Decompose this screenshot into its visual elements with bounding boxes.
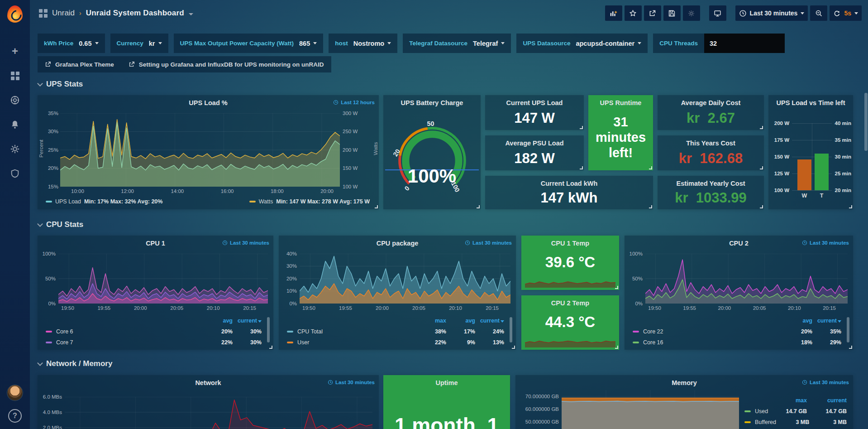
panel-title[interactable]: UPS Load % bbox=[38, 99, 379, 106]
section-network-memory[interactable]: Network / Memory bbox=[38, 359, 112, 368]
panel-resize-handle[interactable] bbox=[580, 166, 583, 169]
cpu-package-chart[interactable] bbox=[300, 254, 510, 304]
refresh-button[interactable]: 5s bbox=[830, 5, 862, 21]
panel-time-override[interactable]: Last 30 minutes bbox=[802, 240, 849, 246]
panel-time-override[interactable]: Last 30 minutes bbox=[222, 240, 269, 246]
link-grafana-plex-theme[interactable]: Grafana Plex Theme bbox=[38, 56, 121, 72]
stat-value: 182 W bbox=[485, 150, 584, 167]
admin-shield-icon[interactable] bbox=[9, 168, 21, 179]
panel-resize-handle[interactable] bbox=[760, 166, 763, 169]
create-plus-icon[interactable]: + bbox=[9, 45, 21, 57]
legend-scrollbar[interactable] bbox=[847, 317, 849, 342]
cpu2-legend: avgcurrent Core 2220%35% Core 1618%29% bbox=[633, 315, 841, 348]
network-chart[interactable] bbox=[65, 397, 372, 429]
panel-title[interactable]: Uptime bbox=[383, 379, 510, 386]
panel-resize-handle[interactable] bbox=[269, 346, 272, 349]
legend-sort-avg[interactable]: avg bbox=[204, 318, 233, 324]
grafana-logo[interactable] bbox=[0, 0, 30, 28]
panel-time-override[interactable]: Last 30 minutes bbox=[802, 380, 849, 385]
panel-uptime: Uptime 1 month, 1 bbox=[383, 375, 510, 429]
panel-title[interactable]: CPU 1 Temp bbox=[521, 240, 619, 247]
legend-sort-current[interactable]: current bbox=[233, 318, 262, 324]
share-button[interactable] bbox=[644, 5, 661, 21]
cpu1-chart[interactable] bbox=[58, 254, 268, 304]
panel-resize-handle[interactable] bbox=[649, 205, 652, 208]
panel-time-override[interactable]: Last 12 hours bbox=[333, 100, 375, 105]
panel-title[interactable]: CPU 2 Temp bbox=[521, 299, 619, 307]
legend-scrollbar[interactable] bbox=[510, 317, 512, 342]
legend-sort-current[interactable]: current bbox=[475, 318, 504, 324]
panel-time-override[interactable]: Last 30 minutes bbox=[465, 240, 512, 246]
legend-row: Buffered3 MB3 MB bbox=[744, 417, 847, 428]
cpu-threads-input[interactable] bbox=[704, 34, 785, 53]
legend-scrollbar[interactable] bbox=[267, 317, 270, 342]
dashboard-settings-button[interactable] bbox=[683, 5, 700, 21]
panel-resize-handle[interactable] bbox=[512, 346, 515, 349]
breadcrumb-folder[interactable]: Unraid bbox=[52, 9, 75, 18]
panel-resize-handle[interactable] bbox=[760, 205, 763, 208]
panel-resize-handle[interactable] bbox=[760, 126, 763, 129]
panel-title[interactable]: Estimated Yearly Cost bbox=[658, 180, 764, 187]
variable-kwh-price[interactable]: kWh Price 0.65 bbox=[38, 34, 105, 53]
panel-memory: Memory Last 30 minutes 70.000000 GB 60.0… bbox=[515, 375, 853, 429]
configuration-gear-icon[interactable] bbox=[9, 143, 21, 155]
explore-compass-icon[interactable] bbox=[9, 94, 21, 106]
panel-resize-handle[interactable] bbox=[849, 346, 852, 349]
memory-chart[interactable] bbox=[562, 390, 739, 429]
cpu2-chart[interactable] bbox=[645, 254, 848, 304]
panel-title[interactable]: UPS Battery Charge bbox=[383, 99, 481, 106]
panel-time-override[interactable]: Last 30 minutes bbox=[328, 380, 375, 385]
stat-value: kr 2.67 bbox=[658, 110, 764, 126]
panel-title[interactable]: Current Load kWh bbox=[485, 180, 653, 187]
user-avatar[interactable] bbox=[7, 385, 23, 401]
panel-title[interactable]: Current UPS Load bbox=[485, 99, 584, 106]
panel-resize-handle[interactable] bbox=[375, 205, 378, 208]
panel-resize-handle[interactable] bbox=[477, 205, 480, 208]
help-icon[interactable]: ? bbox=[8, 409, 22, 423]
variable-ups-max-output[interactable]: UPS Max Output Power Capacity (Watt) 865 bbox=[174, 34, 324, 53]
section-cpu-stats[interactable]: CPU Stats bbox=[38, 220, 83, 229]
panel-resize-handle[interactable] bbox=[580, 126, 583, 129]
panel-title[interactable]: Average PSU Load bbox=[485, 140, 584, 147]
breadcrumb-dashboard-title[interactable]: Unraid System Dashboard bbox=[86, 9, 184, 18]
panel-resize-handle[interactable] bbox=[615, 286, 618, 289]
legend-sort-avg[interactable]: avg bbox=[446, 318, 475, 324]
panel-title[interactable]: Average Daily Cost bbox=[658, 99, 764, 106]
add-panel-button[interactable] bbox=[605, 5, 622, 21]
panel-resize-handle[interactable] bbox=[649, 166, 652, 169]
x-axis: 19:5019:5520:0020:0520:1020:15 bbox=[300, 305, 510, 311]
alerting-bell-icon[interactable] bbox=[9, 119, 21, 130]
legend-sort-max[interactable]: max bbox=[417, 318, 446, 324]
ups-load-chart[interactable] bbox=[60, 113, 340, 187]
dashboard-dropdown-caret[interactable] bbox=[189, 13, 193, 15]
panel-ups-load: UPS Load % Last 12 hours Percent Watts 3… bbox=[38, 95, 379, 209]
legend-sort-avg[interactable]: avg bbox=[783, 318, 812, 324]
time-range-picker[interactable]: Last 30 minutes bbox=[735, 5, 808, 21]
link-ups-monitoring-guide[interactable]: Setting up Grafana and InfluxDB for UPS … bbox=[121, 56, 331, 72]
dashboard-grid-icon[interactable] bbox=[39, 9, 48, 18]
cycle-view-mode-button[interactable] bbox=[709, 5, 726, 21]
panel-title[interactable]: This Years Cost bbox=[658, 140, 764, 147]
legend-ups-load: UPS Load Min: 17% Max: 32% Avg: 20% bbox=[46, 198, 162, 205]
legend-sort-current[interactable]: current bbox=[812, 318, 841, 324]
panel-resize-handle[interactable] bbox=[849, 205, 852, 208]
legend-row: Core 620%30% bbox=[46, 326, 262, 337]
bar-time-left bbox=[815, 154, 829, 190]
panel-title[interactable]: UPS Load vs Time left bbox=[768, 99, 853, 106]
panel-cpu-package: CPU package Last 30 minutes 40% 30% 20% … bbox=[279, 236, 516, 350]
variable-telegraf-datasource[interactable]: Telegraf Datasource Telegraf bbox=[403, 34, 511, 53]
legend-sort-current[interactable]: current bbox=[807, 397, 847, 404]
panel-resize-handle[interactable] bbox=[615, 346, 618, 349]
variable-currency[interactable]: Currency kr bbox=[110, 34, 168, 53]
uptime-value: 1 month, 1 bbox=[383, 413, 510, 429]
section-ups-stats[interactable]: UPS Stats bbox=[38, 80, 83, 89]
legend-sort-max[interactable]: max bbox=[772, 397, 807, 404]
save-button[interactable] bbox=[663, 5, 681, 21]
variable-host[interactable]: host Nostromo bbox=[329, 34, 397, 53]
star-button[interactable] bbox=[625, 5, 642, 21]
panel-title[interactable]: UPS Runtime bbox=[588, 99, 653, 106]
zoom-out-time-button[interactable] bbox=[810, 5, 827, 21]
dashboards-icon[interactable] bbox=[9, 70, 21, 82]
variable-ups-datasource[interactable]: UPS Datasource apcupsd-container bbox=[516, 34, 648, 53]
page-scrollbar[interactable] bbox=[864, 93, 868, 151]
